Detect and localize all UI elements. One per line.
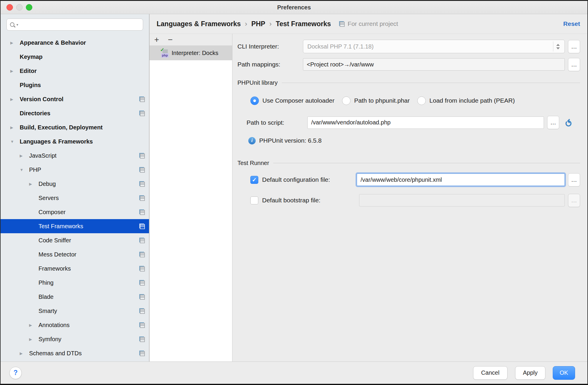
close-window-button[interactable] — [6, 4, 13, 11]
sidebar-item-label: Smarty — [38, 308, 57, 314]
sidebar-item-mess-detector[interactable]: Mess Detector — [1, 247, 149, 261]
path-to-script-browse-button[interactable]: … — [547, 116, 559, 129]
chevron-right-icon[interactable]: ▶ — [10, 41, 20, 45]
search-input[interactable] — [19, 21, 140, 28]
sidebar-item-label: Frameworks — [38, 265, 71, 272]
default-configuration-file-input[interactable] — [357, 174, 565, 186]
section-divider — [273, 163, 580, 163]
dialog-footer: ? Cancel Apply OK — [1, 361, 587, 384]
cli-interpreter-value: Docksal PHP 7.1 (7.1.18) — [307, 43, 373, 50]
sidebar-item-label: Plugins — [20, 82, 41, 89]
sidebar-item-version-control[interactable]: ▶Version Control — [1, 92, 149, 106]
preferences-window: Preferences ▾ ▶Appearance & BehaviorKeym… — [0, 0, 588, 385]
project-scope-icon — [139, 238, 145, 243]
default-configuration-file-label[interactable]: Default configuration file: — [262, 176, 357, 183]
project-scope-icon — [339, 21, 345, 27]
cancel-button[interactable]: Cancel — [473, 366, 507, 380]
search-box[interactable]: ▾ — [6, 19, 143, 31]
path-mappings-field[interactable]: <Project root>→/var/www — [303, 58, 565, 71]
sidebar-item-keymap[interactable]: Keymap — [1, 50, 149, 64]
radio-load-from-include-path[interactable] — [417, 96, 426, 105]
chevron-right-icon[interactable]: ▶ — [29, 182, 38, 186]
default-bootstrap-file-label[interactable]: Default bootstrap file: — [262, 197, 359, 204]
help-button[interactable]: ? — [9, 367, 22, 379]
radio-label[interactable]: Load from include path (PEAR) — [429, 97, 515, 104]
ok-button[interactable]: OK — [553, 366, 575, 380]
default-configuration-browse-button[interactable]: … — [568, 173, 580, 186]
chevron-down-icon[interactable]: ▼ — [20, 168, 29, 172]
reset-link[interactable]: Reset — [563, 20, 580, 27]
sidebar-item-languages-frameworks[interactable]: ▼Languages & Frameworks — [1, 134, 149, 149]
chevron-right-icon[interactable]: ▶ — [10, 125, 20, 130]
interpreter-list-panel: + − ✓ php Interpreter: Docks — [150, 34, 232, 361]
search-options-caret-icon[interactable]: ▾ — [16, 23, 18, 26]
default-bootstrap-file-checkbox[interactable] — [250, 196, 258, 204]
sidebar-item-code-sniffer[interactable]: Code Sniffer — [1, 233, 149, 247]
refresh-icon[interactable]: ⟲ — [564, 119, 573, 126]
sidebar-item-schemas-and-dtds[interactable]: ▶Schemas and DTDs — [1, 346, 149, 360]
title-bar: Preferences — [1, 1, 587, 14]
interpreter-list-item[interactable]: ✓ php Interpreter: Docks — [150, 46, 232, 60]
cli-interpreter-select[interactable]: Docksal PHP 7.1 (7.1.18) — [303, 40, 565, 53]
sidebar-item-symfony[interactable]: ▶Symfony — [1, 332, 149, 346]
breadcrumb-php[interactable]: PHP — [251, 20, 265, 28]
sidebar-item-label: Servers — [38, 195, 59, 201]
test-frameworks-settings: CLI Interpreter: Docksal PHP 7.1 (7.1.18… — [232, 34, 587, 361]
breadcrumb-languages-frameworks[interactable]: Languages & Frameworks — [157, 20, 241, 28]
cli-interpreter-browse-button[interactable]: … — [568, 40, 580, 53]
sidebar-item-servers[interactable]: Servers — [1, 191, 149, 205]
project-scope-icon — [139, 209, 145, 215]
sidebar-item-editor[interactable]: ▶Editor — [1, 64, 149, 78]
sidebar-item-build-execution-deployment[interactable]: ▶Build, Execution, Deployment — [1, 120, 149, 134]
default-bootstrap-file-input[interactable] — [359, 194, 565, 206]
phpunit-library-radios: Use Composer autoloader Path to phpunit.… — [250, 96, 580, 105]
chevron-right-icon[interactable]: ▶ — [29, 337, 38, 341]
radio-use-composer-autoloader[interactable] — [250, 96, 259, 105]
sidebar-item-smarty[interactable]: Smarty — [1, 304, 149, 318]
sidebar-item-annotations[interactable]: ▶Annotations — [1, 318, 149, 332]
php-interpreter-icon: ✓ php — [160, 48, 169, 58]
radio-path-to-phpunit-phar[interactable] — [342, 96, 351, 105]
default-configuration-file-checkbox[interactable]: ✓ — [250, 176, 258, 184]
radio-label[interactable]: Path to phpunit.phar — [354, 97, 410, 104]
sidebar-item-debug[interactable]: ▶Debug — [1, 177, 149, 191]
minimize-window-button[interactable] — [16, 4, 23, 11]
chevron-right-icon[interactable]: ▶ — [10, 97, 20, 101]
project-scope-icon — [139, 224, 145, 229]
sidebar-item-label: Test Frameworks — [38, 223, 83, 230]
check-badge-icon: ✓ — [160, 47, 164, 53]
stepper-icon[interactable] — [553, 41, 563, 51]
window-title: Preferences — [277, 4, 311, 11]
sidebar-item-javascript[interactable]: ▶JavaScript — [1, 149, 149, 163]
chevron-right-icon[interactable]: ▶ — [20, 154, 29, 158]
default-bootstrap-browse-button[interactable]: … — [568, 194, 580, 207]
project-scope-icon — [139, 252, 145, 257]
breadcrumb-separator-icon: › — [269, 20, 272, 28]
add-interpreter-button[interactable]: + — [154, 36, 159, 44]
chevron-right-icon[interactable]: ▶ — [20, 351, 29, 356]
project-scope-icon — [139, 322, 145, 328]
sidebar-item-composer[interactable]: Composer — [1, 205, 149, 219]
chevron-right-icon[interactable]: ▶ — [29, 323, 38, 327]
breadcrumb-test-frameworks[interactable]: Test Frameworks — [276, 20, 331, 28]
sidebar-item-phing[interactable]: Phing — [1, 276, 149, 290]
sidebar-item-label: PHP — [29, 166, 41, 173]
zoom-window-button[interactable] — [26, 4, 32, 11]
sidebar-item-test-frameworks[interactable]: Test Frameworks — [1, 219, 149, 233]
radio-label[interactable]: Use Composer autoloader — [262, 97, 334, 104]
path-mappings-browse-button[interactable]: … — [568, 58, 580, 71]
sidebar-item-php[interactable]: ▼PHP — [1, 163, 149, 177]
settings-tree: ▶Appearance & BehaviorKeymap▶EditorPlugi… — [1, 35, 149, 361]
chevron-right-icon[interactable]: ▶ — [10, 69, 20, 73]
sidebar-item-plugins[interactable]: Plugins — [1, 78, 149, 92]
settings-header: Languages & Frameworks › PHP › Test Fram… — [150, 14, 587, 34]
for-current-project-note: For current project — [339, 20, 398, 27]
path-to-script-input[interactable] — [307, 116, 544, 129]
apply-button[interactable]: Apply — [515, 366, 545, 380]
sidebar-item-directories[interactable]: Directories — [1, 106, 149, 120]
remove-interpreter-button[interactable]: − — [168, 36, 172, 44]
sidebar-item-appearance-behavior[interactable]: ▶Appearance & Behavior — [1, 36, 149, 50]
sidebar-item-frameworks[interactable]: Frameworks — [1, 261, 149, 276]
sidebar-item-blade[interactable]: Blade — [1, 290, 149, 304]
chevron-down-icon[interactable]: ▼ — [10, 139, 20, 144]
